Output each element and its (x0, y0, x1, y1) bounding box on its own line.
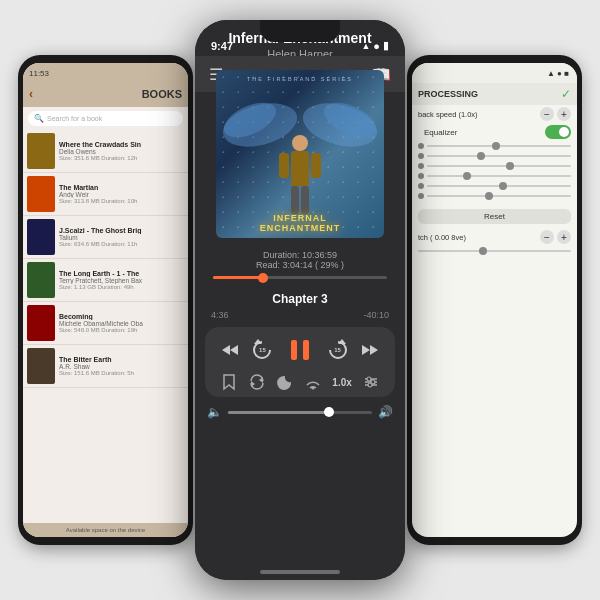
svg-marker-19 (251, 381, 255, 387)
bookmark-button[interactable] (220, 373, 238, 391)
book-author-3: Terry Pratchett, Stephen Bax (59, 277, 184, 284)
eq-thumb-1[interactable] (477, 152, 485, 160)
scene: 11:53 ‹ BOOKS 🔍 Search for a book Where … (0, 0, 600, 600)
eq-track-0[interactable] (427, 145, 571, 147)
pitch-slider[interactable] (418, 250, 571, 252)
search-bar[interactable]: 🔍 Search for a book (28, 111, 183, 126)
left-screen: 11:53 ‹ BOOKS 🔍 Search for a book Where … (23, 63, 188, 537)
progress-fill (213, 276, 263, 279)
progress-track[interactable] (213, 276, 387, 279)
list-item[interactable]: The Martian Andy Weir Size: 313.8 MB Dur… (23, 173, 188, 216)
read-text: Read: 3:04:14 ( 29% ) (195, 260, 405, 270)
skip-fwd-button[interactable]: 15 (325, 337, 351, 363)
time-elapsed: 4:36 (211, 310, 229, 320)
eq-dot-0 (418, 143, 424, 149)
rewind-icon (220, 340, 240, 360)
fast-fwd-button[interactable] (360, 340, 380, 360)
eq-button[interactable] (362, 373, 380, 391)
volume-track[interactable] (228, 411, 372, 414)
skip-back-button[interactable]: 15 (249, 337, 275, 363)
phone-center: 9:47 ▲ ● ▮ ☰ NOW PLAYING 📖 Infernal Ench… (195, 20, 405, 580)
search-placeholder: Search for a book (47, 115, 102, 122)
list-item[interactable]: The Long Earth - 1 - The Terry Pratchett… (23, 259, 188, 302)
list-item[interactable]: J.Scalzi - The Ghost Brig Talium Size: 6… (23, 216, 188, 259)
book-info-5: The Bitter Earth A.R. Shaw Size: 151.6 M… (59, 356, 184, 376)
volume-low-icon: 🔈 (207, 405, 222, 419)
chapter-text: Chapter 3 (272, 292, 327, 306)
book-info-0: Where the Crawdads Sin Delia Owens Size:… (59, 141, 184, 161)
sleep-button[interactable] (276, 373, 294, 391)
right-status-icons: ▲ ● ■ (547, 69, 569, 78)
main-controls: 15 15 (215, 335, 385, 365)
svg-rect-8 (291, 186, 299, 214)
svg-point-24 (367, 377, 371, 381)
available-space-text: Available space on the device (66, 527, 145, 533)
center-time: 9:47 (211, 40, 233, 52)
eq-thumb-4[interactable] (499, 182, 507, 190)
pitch-minus-button[interactable]: − (540, 230, 554, 244)
eq-thumb-0[interactable] (492, 142, 500, 150)
book-meta-4: Size: 548.0 MB Duration: 19h (59, 327, 184, 333)
book-cover-5 (27, 348, 55, 384)
check-icon[interactable]: ✓ (561, 87, 571, 101)
reset-button[interactable]: Reset (418, 209, 571, 224)
books-title: BOOKS (37, 88, 182, 100)
eq-thumb-2[interactable] (506, 162, 514, 170)
svg-point-20 (312, 387, 315, 390)
duration-row: Duration: 10:36:59 Read: 3:04:14 ( 29% ) (195, 246, 405, 272)
book-author-5: A.R. Shaw (59, 363, 184, 370)
eq-slider-4 (418, 183, 571, 189)
list-item[interactable]: Where the Crawdads Sin Delia Owens Size:… (23, 130, 188, 173)
eq-track-4[interactable] (427, 185, 571, 187)
left-time: 11:53 (29, 69, 49, 78)
eq-thumb-5[interactable] (485, 192, 493, 200)
eq-settings-icon (362, 373, 380, 391)
left-status-bar: 11:53 (23, 63, 188, 83)
eq-track-2[interactable] (427, 165, 571, 167)
eq-track-1[interactable] (427, 155, 571, 157)
book-info-1: The Martian Andy Weir Size: 313.8 MB Dur… (59, 184, 184, 204)
pitch-plus-button[interactable]: + (557, 230, 571, 244)
sleep-icon (276, 373, 294, 391)
eq-slider-0 (418, 143, 571, 149)
book-title-5: The Bitter Earth (59, 356, 184, 363)
list-item[interactable]: Becoming Michele Obama/Michele Oba Size:… (23, 302, 188, 345)
book-cover-4 (27, 305, 55, 341)
svg-rect-14 (303, 340, 309, 360)
speed-minus-button[interactable]: − (540, 107, 554, 121)
status-icons: ▲ ● ▮ (361, 39, 389, 52)
speed-plus-button[interactable]: + (557, 107, 571, 121)
cover-inner: INFERNAL ENCHANTMENT THE FIREBRAND SERIE… (216, 70, 384, 238)
airplay-button[interactable] (304, 373, 322, 391)
back-button[interactable]: ‹ (29, 87, 33, 101)
svg-marker-11 (230, 345, 238, 355)
book-title-4: Becoming (59, 313, 184, 320)
eq-slider-1 (418, 153, 571, 159)
repeat-button[interactable] (248, 373, 266, 391)
speed-button[interactable]: 1.0x (332, 377, 351, 388)
battery-icon: ▮ (383, 39, 389, 52)
pause-button[interactable] (285, 335, 315, 365)
cover-title-text: INFERNAL (216, 213, 384, 223)
bookmark-icon (220, 373, 238, 391)
volume-thumb[interactable] (324, 407, 334, 417)
pitch-thumb[interactable] (479, 247, 487, 255)
svg-marker-17 (370, 345, 378, 355)
center-screen: 9:47 ▲ ● ▮ ☰ NOW PLAYING 📖 Infernal Ench… (195, 20, 405, 580)
equalizer-toggle[interactable] (545, 125, 571, 139)
eq-dot-4 (418, 183, 424, 189)
eq-thumb-3[interactable] (463, 172, 471, 180)
progress-thumb[interactable] (258, 273, 268, 283)
book-meta-5: Size: 151.6 MB Duration: 5h (59, 370, 184, 376)
list-item[interactable]: The Bitter Earth A.R. Shaw Size: 151.6 M… (23, 345, 188, 388)
svg-rect-7 (311, 153, 321, 178)
rewind-button[interactable] (220, 340, 240, 360)
speed-label: back speed (1.0x) (418, 110, 536, 119)
time-remaining: -40:10 (363, 310, 389, 320)
chapter-row: Chapter 3 (195, 283, 405, 309)
eq-track-5[interactable] (427, 195, 571, 197)
svg-point-4 (292, 135, 308, 151)
wifi-icon: ● (373, 40, 380, 52)
home-indicator[interactable] (260, 570, 340, 574)
eq-track-3[interactable] (427, 175, 571, 177)
